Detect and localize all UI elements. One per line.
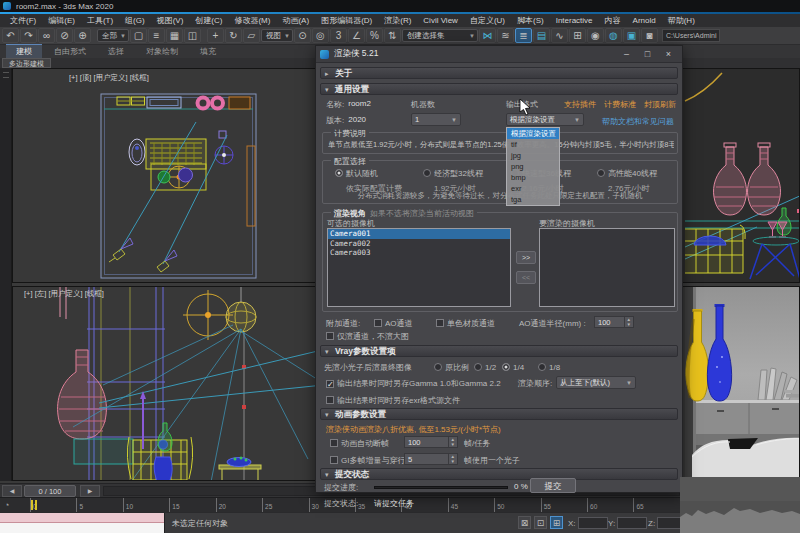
checkbox-icon[interactable] (326, 396, 334, 404)
menu-item[interactable]: 编辑(E) (42, 14, 81, 27)
align-icon[interactable]: ≋ (497, 28, 514, 43)
format-option[interactable]: exr (507, 183, 559, 194)
viewport-top-label[interactable]: [+] [顶] [用户定义] [线框] (69, 73, 149, 83)
curve-editor-icon[interactable]: ∿ (551, 28, 568, 43)
dialog-maximize-button[interactable]: □ (638, 48, 657, 61)
radio-icon[interactable] (538, 363, 546, 371)
mini-curve-editor-icon[interactable]: ◔ (4, 500, 9, 510)
checkbox-icon[interactable] (374, 319, 382, 327)
use-center-icon[interactable]: ⊙ (294, 28, 311, 43)
checkbox-icon[interactable] (436, 319, 444, 327)
scale-icon[interactable]: ▱ (243, 28, 260, 43)
prev-frame-button[interactable]: ◀ (2, 485, 22, 497)
render-setup-icon[interactable]: ◍ (605, 28, 622, 43)
gamma-checkbox[interactable]: ✓输出结果时同时另存Gamma 1.0和Gamma 2.2 (326, 378, 501, 389)
next-frame-button[interactable]: ▶ (80, 485, 100, 497)
add-camera-button[interactable]: >> (516, 251, 536, 264)
undo-icon[interactable]: ↶ (2, 28, 19, 43)
menu-item[interactable]: 图形编辑器(D) (315, 14, 378, 27)
ratio-original[interactable]: 原比例 (434, 362, 469, 373)
checkbox-icon[interactable] (326, 332, 334, 340)
coord-y-field[interactable] (617, 517, 647, 529)
selection-filter-dropdown[interactable]: 全部▼ (97, 29, 129, 42)
menu-item[interactable]: 内容 (599, 14, 627, 27)
dialog-close-button[interactable]: × (659, 48, 678, 61)
menu-item[interactable]: 脚本(S) (511, 14, 550, 27)
redo-icon[interactable]: ↷ (20, 28, 37, 43)
material-editor-icon[interactable]: ◉ (587, 28, 604, 43)
format-option[interactable]: tga (507, 194, 559, 205)
exr-checkbox[interactable]: 输出结果时同时另存exr格式源文件 (326, 395, 460, 406)
selection-lock-icon[interactable]: ⊠ (518, 516, 531, 529)
spinner-snap-icon[interactable]: ⇅ (384, 28, 401, 43)
select-manipulate-icon[interactable]: ◎ (312, 28, 329, 43)
remove-camera-button[interactable]: << (516, 271, 536, 284)
output-format-dropdown[interactable]: 根据渲染设置▼ (506, 113, 584, 126)
window-crossing-icon[interactable]: ◫ (184, 28, 201, 43)
current-frame-marker[interactable] (31, 500, 37, 510)
maxscript-mini-listener[interactable] (0, 513, 165, 533)
reference-coordinate-dropdown[interactable]: 视图▼ (261, 29, 293, 42)
percent-snap-icon[interactable]: % (366, 28, 383, 43)
camera-list-item[interactable]: Camera002 (328, 239, 510, 249)
rollout-submit[interactable]: ▾ 提交状态 (320, 468, 678, 480)
named-selection-combo[interactable]: 创建选择集▼ (402, 29, 478, 42)
menu-item[interactable]: 动画(A) (276, 14, 315, 27)
ratio-half[interactable]: 1/2 (474, 362, 496, 372)
camera-list-item[interactable]: Camera003 (328, 248, 510, 258)
format-option[interactable]: bmp (507, 172, 559, 183)
spinner-arrows-icon[interactable]: ▲▼ (448, 437, 457, 447)
frame-split-checkbox[interactable]: 动画自动断帧 (330, 438, 389, 449)
radio-icon[interactable] (597, 169, 605, 177)
ribbon-tab-selection[interactable]: 选择 (98, 45, 134, 58)
select-by-name-icon[interactable]: ≡ (148, 28, 165, 43)
menu-item[interactable]: 帮助(H) (662, 14, 701, 27)
available-cameras-list[interactable]: Camera001 Camera002 Camera003 (327, 228, 511, 307)
format-option[interactable]: 根据渲染设置 (507, 128, 559, 139)
mono-material-checkbox[interactable]: 单色材质通道 (436, 318, 495, 329)
rollout-animation[interactable]: ▾ 动画参数设置 (320, 408, 678, 420)
render-cameras-list[interactable] (539, 228, 675, 307)
checkbox-icon[interactable] (330, 456, 338, 464)
format-option[interactable]: jpg (507, 150, 559, 161)
unlink-icon[interactable]: ⊘ (56, 28, 73, 43)
project-path-field[interactable]: C:\Users\Admini (662, 29, 721, 42)
mirror-icon[interactable]: ⋈ (479, 28, 496, 43)
dialog-titlebar[interactable]: 渲染侠 5.21 – □ × (316, 46, 682, 63)
gi-increment-checkbox[interactable]: GI多帧增量与穿行 (330, 455, 405, 466)
submit-button[interactable]: 提交 (530, 478, 576, 493)
spinner-arrows-icon[interactable]: ▲▼ (448, 454, 457, 464)
radio-icon[interactable] (335, 169, 343, 177)
menu-item[interactable]: 创建(C) (189, 14, 228, 27)
camera-list-item[interactable]: Camera001 (328, 229, 510, 239)
menu-item[interactable]: 修改器(M) (228, 14, 276, 27)
select-object-icon[interactable]: ▢ (130, 28, 147, 43)
render-order-dropdown[interactable]: 从上至下(默认)▼ (556, 376, 636, 389)
grid-toggle-icon[interactable]: ⊞ (550, 516, 563, 529)
radio-icon[interactable] (502, 363, 510, 371)
coord-x-field[interactable] (578, 517, 608, 529)
machine-count-dropdown[interactable]: 1▼ (411, 113, 461, 126)
time-slider-handle[interactable]: 0 / 100 (24, 485, 76, 497)
only-channels-checkbox[interactable]: 仅渲通道，不渲大图 (326, 331, 409, 342)
viewport-left-label[interactable]: [+] [左] [用户定义] [线框] (24, 289, 104, 299)
schematic-view-icon[interactable]: ⊞ (569, 28, 586, 43)
radio-icon[interactable] (434, 363, 442, 371)
move-icon[interactable]: + (207, 28, 224, 43)
menu-item[interactable]: 自定义(U) (464, 14, 511, 27)
ribbon-tab-modeling[interactable]: 建模 (6, 44, 42, 58)
viewport-perspective[interactable] (670, 286, 800, 481)
cap-refresh-link[interactable]: 封顶刷新 (644, 99, 676, 110)
menu-item[interactable]: 组(G) (119, 14, 151, 27)
rollout-vray[interactable]: ▾ Vray参数设置项 (320, 345, 678, 357)
checkbox-icon[interactable] (330, 439, 338, 447)
radio-icon[interactable] (423, 169, 431, 177)
window-titlebar[interactable]: room2.max - 3ds Max 2020 (0, 0, 800, 12)
format-option[interactable]: tif (507, 139, 559, 150)
menu-item[interactable]: Interactive (550, 14, 599, 27)
spinner-arrows-icon[interactable]: ▲▼ (624, 317, 633, 327)
absolute-mode-icon[interactable]: ⊡ (534, 516, 547, 529)
select-link-icon[interactable]: ∞ (38, 28, 55, 43)
rollout-about[interactable]: ▸ 关于 (320, 67, 678, 79)
rollout-general[interactable]: ▾ 通用设置 (320, 83, 678, 95)
